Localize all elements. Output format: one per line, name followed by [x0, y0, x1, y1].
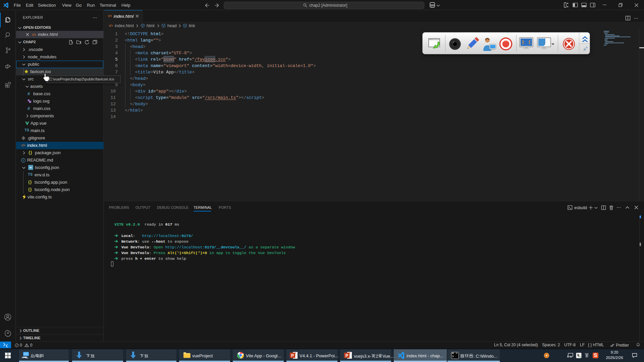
svg-text:P: P	[291, 353, 294, 358]
svg-text:P: P	[345, 353, 348, 358]
